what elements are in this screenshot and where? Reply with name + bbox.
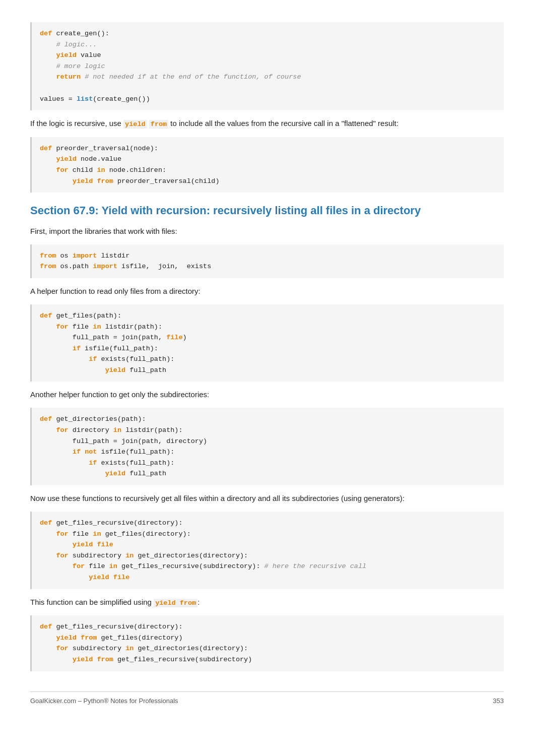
code-block-get-directories: def get_directories(path): for directory… bbox=[30, 408, 504, 485]
prose-import-intro: First, import the libraries that work wi… bbox=[30, 225, 504, 237]
section-title: Section 67.9: Yield with recursion: recu… bbox=[30, 204, 504, 218]
prose-yield-from-intro: If the logic is recursive, use yield fro… bbox=[30, 117, 504, 130]
prose-recursive-intro: Now use these functions to recursively g… bbox=[30, 492, 504, 505]
code-block-preorder: def preorder_traversal(node): yield node… bbox=[30, 137, 504, 193]
code-block-create-gen: def create_gen(): # logic... yield value… bbox=[30, 22, 504, 110]
footer: GoalKicker.com – Python® Notes for Profe… bbox=[30, 691, 504, 705]
prose-simplified-intro: This function can be simplified using yi… bbox=[30, 596, 504, 609]
code-block-get-files-recursive-v2: def get_files_recursive(directory): yiel… bbox=[30, 615, 504, 671]
code-block-imports: from os import listdir from os.path impo… bbox=[30, 244, 504, 278]
code-block-get-files: def get_files(path): for file in listdir… bbox=[30, 304, 504, 382]
prose-helper-dirs: Another helper function to get only the … bbox=[30, 389, 504, 401]
footer-left: GoalKicker.com – Python® Notes for Profe… bbox=[30, 697, 178, 705]
prose-helper-files: A helper function to read only files fro… bbox=[30, 285, 504, 297]
footer-right: 353 bbox=[493, 697, 504, 705]
code-block-get-files-recursive-v1: def get_files_recursive(directory): for … bbox=[30, 512, 504, 589]
